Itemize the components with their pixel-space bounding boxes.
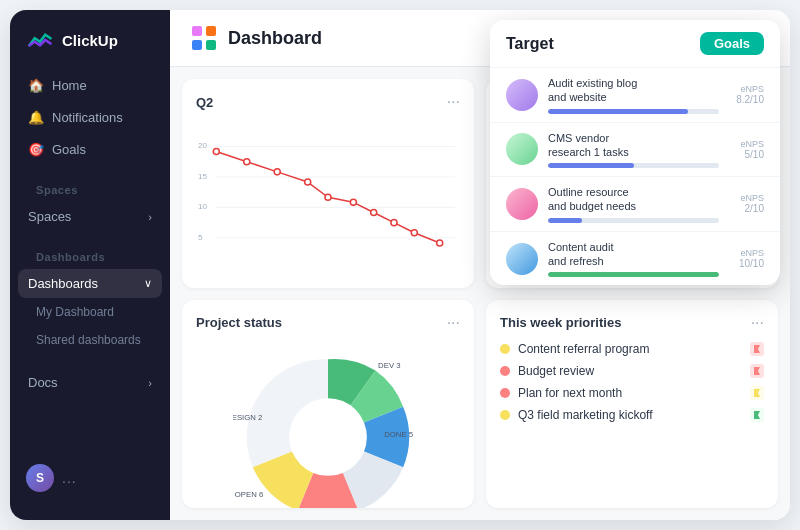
goal-score-value-3: 2/10: [745, 203, 764, 214]
priority-1-dot: [500, 344, 510, 354]
svg-point-12: [213, 149, 219, 155]
goal-avatar-3: [506, 188, 538, 220]
pie-label-open: OPEN 6: [235, 490, 263, 499]
docs-label: Docs: [28, 375, 58, 390]
priority-2-flag: [750, 364, 764, 378]
q2-card-header: Q2 ···: [196, 93, 460, 111]
svg-rect-3: [206, 40, 216, 50]
sidebar-item-docs[interactable]: Docs ›: [18, 368, 162, 397]
project-status-card-header: Project status ···: [196, 314, 460, 332]
priority-3-left: Plan for next month: [500, 386, 622, 400]
svg-rect-0: [192, 26, 202, 36]
logo: ClickUp: [10, 26, 170, 70]
sidebar-item-notifications[interactable]: 🔔 Notifications: [18, 102, 162, 132]
priority-item-3: Plan for next month: [500, 386, 764, 400]
priority-1-left: Content referral program: [500, 342, 649, 356]
priority-item-1: Content referral program: [500, 342, 764, 356]
goal-item-1: Audit existing blogand website eNPS 8.2/…: [490, 67, 780, 122]
priority-3-flag: [750, 386, 764, 400]
flag-icon-1: [752, 344, 762, 354]
this-week-card: This week priorities ··· Content referra…: [486, 300, 778, 509]
svg-point-14: [274, 169, 280, 175]
svg-text:5: 5: [198, 233, 203, 242]
goal-name-1: Audit existing blogand website: [548, 76, 719, 105]
priority-item-2: Budget review: [500, 364, 764, 378]
priority-item-4: Q3 field marketing kickoff: [500, 408, 764, 422]
goal-info-3: Outline resourceand budget needs: [548, 185, 719, 223]
goal-score-3: eNPS 2/10: [729, 193, 764, 214]
sidebar-navigation: 🏠 Home 🔔 Notifications 🎯 Goals Spaces Sp…: [10, 70, 170, 397]
goals-nav-icon: 🎯: [28, 141, 44, 157]
priority-4-dot: [500, 410, 510, 420]
spaces-label: Spaces: [28, 209, 71, 224]
dashboard-icon: [190, 24, 218, 52]
sidebar-item-goals-label: Goals: [52, 142, 86, 157]
user-avatar[interactable]: S: [26, 464, 54, 492]
dashboards-label: Dashboards: [28, 276, 98, 291]
goal-score-value-4: 10/10: [739, 258, 764, 269]
clickup-logo-icon: [26, 26, 54, 54]
goals-badge[interactable]: Goals: [700, 32, 764, 55]
sidebar-item-home-label: Home: [52, 78, 87, 93]
priority-3-label: Plan for next month: [518, 386, 622, 400]
svg-point-20: [411, 230, 417, 236]
user-menu-dots[interactable]: ...: [62, 470, 77, 486]
sidebar-item-home[interactable]: 🏠 Home: [18, 70, 162, 100]
this-week-card-menu[interactable]: ···: [751, 314, 764, 332]
goal-score-value-2: 5/10: [745, 149, 764, 160]
app-container: ClickUp 🏠 Home 🔔 Notifications 🎯 Goals S…: [10, 10, 790, 520]
sidebar-item-shared-dashboards[interactable]: Shared dashboards: [18, 326, 162, 354]
docs-chevron: ›: [148, 377, 152, 389]
goal-item-2: CMS vendorresearch 1 tasks eNPS 5/10: [490, 122, 780, 177]
project-status-card-menu[interactable]: ···: [447, 314, 460, 332]
goal-avatar-2: [506, 133, 538, 165]
enps-label-3: eNPS: [729, 193, 764, 203]
sidebar-item-dashboards[interactable]: Dashboards ∨: [18, 269, 162, 298]
goal-bar-2: [548, 163, 719, 168]
spaces-chevron: ›: [148, 211, 152, 223]
priorities-list: Content referral program Budget review: [500, 342, 764, 495]
dashboards-chevron: ∨: [144, 277, 152, 290]
project-status-card: Project status ···: [182, 300, 474, 509]
pie-label-design: DESIGN 2: [233, 412, 262, 421]
goal-item-3: Outline resourceand budget needs eNPS 2/…: [490, 176, 780, 231]
priority-1-flag: [750, 342, 764, 356]
pie-label-dev: DEV 3: [378, 360, 400, 369]
sidebar-section-dashboards: Dashboards Dashboards ∨ My Dashboard Sha…: [18, 245, 162, 354]
svg-point-17: [350, 199, 356, 205]
goal-score-4: eNPS 10/10: [729, 248, 764, 269]
goals-list: Audit existing blogand website eNPS 8.2/…: [490, 67, 780, 285]
pie-chart-svg: DEV 3 DONE 5 MARKETING OPEN 6 DESIGN 2: [233, 342, 423, 509]
priority-4-label: Q3 field marketing kickoff: [518, 408, 653, 422]
svg-point-21: [437, 240, 443, 246]
goal-bar-1: [548, 109, 719, 114]
spaces-section-label: Spaces: [18, 178, 162, 202]
goal-info-1: Audit existing blogand website: [548, 76, 719, 114]
svg-point-22: [289, 398, 367, 476]
priority-1-label: Content referral program: [518, 342, 649, 356]
q2-card-title: Q2: [196, 95, 213, 110]
q2-card: Q2 ··· 20 15 10 5: [182, 79, 474, 288]
this-week-card-header: This week priorities ···: [500, 314, 764, 332]
sidebar-item-notifications-label: Notifications: [52, 110, 123, 125]
sidebar-item-my-dashboard[interactable]: My Dashboard: [18, 298, 162, 326]
goal-item-4: Content auditand refresh eNPS 10/10: [490, 231, 780, 286]
priority-2-left: Budget review: [500, 364, 594, 378]
goal-score-1: eNPS 8.2/10: [729, 84, 764, 105]
logo-text: ClickUp: [62, 32, 118, 49]
page-title: Dashboard: [228, 28, 322, 49]
pie-label-done: DONE 5: [384, 430, 413, 439]
sidebar-item-goals[interactable]: 🎯 Goals: [18, 134, 162, 164]
svg-text:20: 20: [198, 142, 208, 151]
bell-icon: 🔔: [28, 109, 44, 125]
svg-rect-2: [192, 40, 202, 50]
sidebar-item-spaces[interactable]: Spaces ›: [18, 202, 162, 231]
goal-name-3: Outline resourceand budget needs: [548, 185, 719, 214]
svg-point-18: [371, 209, 377, 215]
goal-avatar-1: [506, 79, 538, 111]
goal-fill-4: [548, 272, 719, 277]
sidebar-section-spaces: Spaces Spaces ›: [18, 178, 162, 231]
svg-point-16: [325, 194, 331, 200]
q2-card-menu[interactable]: ···: [447, 93, 460, 111]
goal-fill-3: [548, 218, 582, 223]
